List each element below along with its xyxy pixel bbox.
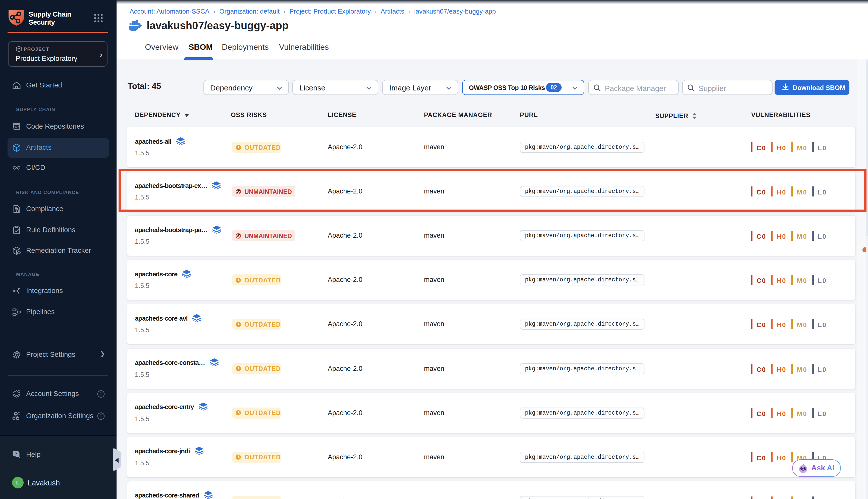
svg-text:?: ? (15, 451, 17, 455)
svg-text:</>: </> (14, 125, 19, 129)
